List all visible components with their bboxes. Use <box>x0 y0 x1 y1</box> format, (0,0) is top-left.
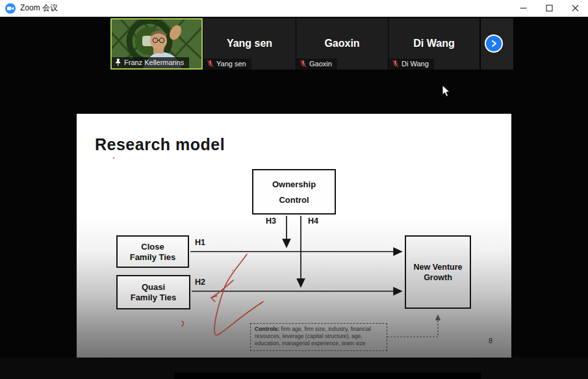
close-icon <box>572 5 579 12</box>
video-tile-yang-sen[interactable]: Yang sen Yang sen <box>203 18 296 70</box>
video-tile-gaoxin[interactable]: Gaoxin Gaoxin <box>296 18 388 70</box>
participant-name: Yang sen <box>216 60 246 68</box>
controls-note-box: Controls: firm age, firm size, industry,… <box>250 323 387 351</box>
muted-mic-icon <box>207 60 214 68</box>
maximize-button[interactable] <box>536 0 562 16</box>
participant-name: Gaoxin <box>309 60 332 68</box>
participant-display-name: Yang sen <box>203 38 296 49</box>
zoom-app-icon <box>5 3 16 14</box>
shared-screen-slide: Research model Ownership Control Close <box>77 114 511 358</box>
controls-note-prefix: Controls: <box>255 326 279 332</box>
video-tile-di-wang[interactable]: Di Wang Di Wang <box>389 18 479 70</box>
zoom-meeting-window: Zoom 会议 <box>0 0 588 379</box>
pinned-icon <box>115 59 121 66</box>
next-participants-button[interactable] <box>485 34 503 53</box>
window-title: Zoom 会议 <box>20 3 58 14</box>
slide-title: Research model <box>95 135 225 154</box>
video-tile-franz-kellermanns[interactable]: Franz Kellermanns <box>110 18 203 70</box>
box-label-line: Quasi <box>142 282 165 292</box>
participant-name-plate: Di Wang <box>389 59 434 70</box>
box-label-line: Control <box>279 195 309 205</box>
box-quasi-family-ties: Quasi Family Ties <box>116 275 190 309</box>
background-window-edge <box>174 372 481 379</box>
chevron-right-icon <box>489 39 498 48</box>
participant-display-name: Di Wang <box>389 38 479 49</box>
box-label-line: New Venture <box>413 263 462 272</box>
box-close-family-ties: Close Family Ties <box>116 235 189 268</box>
box-label-line: Family Ties <box>131 293 177 302</box>
box-label-line: Growth <box>424 273 452 282</box>
participant-name: Di Wang <box>402 60 429 68</box>
minimize-icon <box>520 5 527 12</box>
participant-display-name: Gaoxin <box>296 38 388 49</box>
hypothesis-label-h2: H2 <box>195 278 205 287</box>
muted-mic-icon <box>300 60 307 68</box>
hypothesis-label-h3: H3 <box>266 216 276 226</box>
muted-mic-icon <box>392 60 399 68</box>
hypothesis-label-h1: H1 <box>195 238 205 247</box>
box-label-line: Ownership <box>272 179 316 189</box>
bottom-background <box>0 358 588 379</box>
maximize-icon <box>546 5 553 12</box>
box-new-venture-growth: New Venture Growth <box>405 235 471 309</box>
title-bar: Zoom 会议 <box>0 0 588 17</box>
mouse-cursor <box>442 85 451 98</box>
slide-page-number: 8 <box>489 337 492 345</box>
box-ownership-control: Ownership Control <box>252 169 336 215</box>
close-button[interactable] <box>562 0 588 16</box>
participant-name-plate: Franz Kellermanns <box>112 57 189 68</box>
hypothesis-label-h4: H4 <box>308 216 318 226</box>
box-label-line: Close <box>141 242 164 252</box>
participant-name-plate: Gaoxin <box>296 59 337 70</box>
participant-name: Franz Kellermanns <box>124 59 184 66</box>
minimize-button[interactable] <box>510 0 536 16</box>
box-label-line: Family Ties <box>130 252 176 262</box>
participant-name-plate: Yang sen <box>203 59 251 70</box>
